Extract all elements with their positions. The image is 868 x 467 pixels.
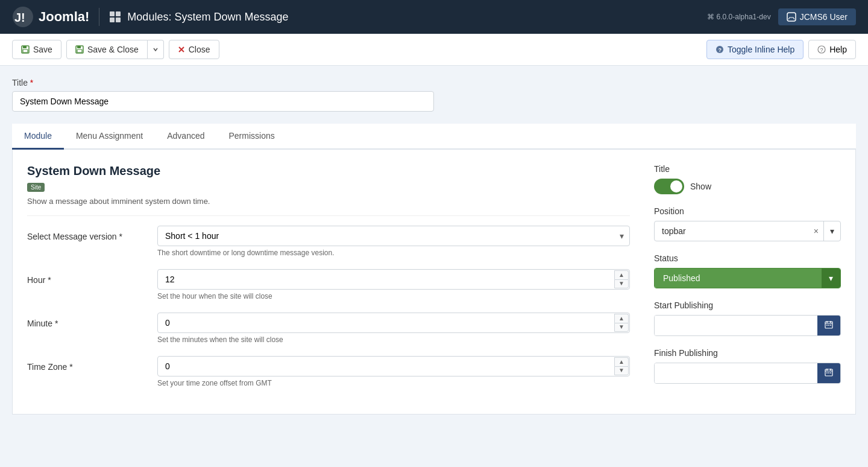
message-version-select-wrapper: Short < 1 hour Long > 1 hour ▾ [157,226,630,246]
hour-spinners: ▲ ▼ [614,270,629,288]
chevron-down-icon [153,46,159,52]
minute-spinner-up[interactable]: ▲ [614,314,629,323]
svg-rect-28 [826,372,828,373]
minute-field: ▲ ▼ Set the minutes when the site will c… [157,313,630,344]
message-version-row: Select Message version * Short < 1 hour … [27,226,630,257]
minute-input[interactable] [157,313,630,333]
timezone-row: Time Zone * ▲ ▼ Set your time zone offse… [27,356,630,387]
minute-input-wrapper: ▲ ▼ [157,313,630,333]
save-close-icon [75,45,84,54]
tab-permissions[interactable]: Permissions [217,124,287,150]
divider [99,8,99,26]
sidebar-start-publishing-field: Start Publishing [654,300,841,336]
joomla-logo-text: Joomla! [39,9,89,25]
module-description: Show a message about imminent system dow… [27,197,630,206]
header: J! Joomla! Modules: System Down Message … [0,0,868,34]
sidebar-finish-publishing-field: Finish Publishing [654,348,841,384]
header-title: Modules: System Down Message [109,11,288,24]
timezone-input[interactable] [157,356,630,376]
minute-row: Minute * ▲ ▼ Set the minutes when the si… [27,313,630,344]
svg-text:J!: J! [14,11,25,24]
sidebar-position-field: Position topbar × ▾ [654,206,841,241]
message-version-hint: The short downtime or long downtime mess… [157,249,630,257]
position-clear-button[interactable]: × [809,221,823,241]
user-button-label: JCMS6 User [800,12,848,22]
finish-date-input[interactable] [655,363,817,383]
start-calendar-button[interactable] [817,316,840,335]
svg-rect-11 [77,46,81,48]
version-text: ⌘ 6.0.0-alpha1-dev [707,13,770,21]
save-close-button[interactable]: Save & Close [66,40,148,59]
sidebar-finish-label: Finish Publishing [654,348,841,358]
position-dropdown-button[interactable]: ▾ [823,221,840,241]
finish-calendar-button[interactable] [817,363,840,383]
svg-rect-5 [116,17,121,22]
message-version-select[interactable]: Short < 1 hour Long > 1 hour [157,226,630,246]
finish-date-wrapper [654,363,841,384]
sidebar-title-label: Title [654,164,841,174]
toolbar-right: ? Toggle Inline Help ? Help [706,40,856,59]
sidebar-status-label: Status [654,253,841,263]
timezone-spinner-up[interactable]: ▲ [614,357,629,366]
sidebar-position-label: Position [654,206,841,216]
help-label: Help [829,45,847,54]
save-close-dropdown-button[interactable] [148,40,164,59]
svg-text:?: ? [718,47,722,53]
hour-spinner-down[interactable]: ▼ [614,279,629,289]
svg-rect-8 [23,46,27,48]
tab-menu-assignment[interactable]: Menu Assignment [64,124,155,150]
svg-rect-4 [110,17,115,22]
module-sidebar: Title Show Position topbar × ▾ [654,164,841,399]
sidebar-status-field: Status Published ▾ [654,253,841,288]
hour-row: Hour * ▲ ▼ Set the hour when the site wi… [27,269,630,300]
title-input[interactable] [12,91,434,112]
timezone-spinners: ▲ ▼ [614,357,629,375]
timezone-label: Time Zone * [27,356,148,372]
hour-label: Hour * [27,269,148,285]
svg-rect-23 [830,325,831,326]
timezone-spinner-down[interactable]: ▼ [614,366,629,376]
svg-rect-12 [77,49,82,52]
close-label: Close [189,45,210,54]
save-button[interactable]: Save [12,40,61,59]
question-icon: ? [817,45,826,54]
message-version-field: Short < 1 hour Long > 1 hour ▾ The short… [157,226,630,257]
save-close-label: Save & Close [87,45,139,54]
close-button[interactable]: Close [169,40,219,59]
save-label: Save [33,45,52,54]
hour-input[interactable] [157,269,630,290]
module-main: System Down Message Site Show a message … [27,164,630,399]
position-select-wrapper: topbar × ▾ [654,221,841,241]
title-toggle[interactable] [654,179,684,194]
joomla-logo-icon: J! [12,6,34,28]
timezone-field: ▲ ▼ Set your time zone offset from GMT [157,356,630,387]
page-title: Modules: System Down Message [127,11,288,24]
save-icon [21,45,30,54]
toggle-help-button[interactable]: ? Toggle Inline Help [706,40,804,59]
user-icon [787,12,796,22]
help-circle-icon: ? [715,45,724,54]
status-dropdown-button[interactable]: ▾ [822,268,840,288]
title-label: Title * [12,78,856,87]
user-button[interactable]: JCMS6 User [778,8,856,25]
toggle-row: Show [654,179,841,194]
svg-rect-22 [828,325,829,326]
title-field-group: Title * [12,78,856,112]
toggle-show-label: Show [690,182,711,191]
toolbar-left: Save Save & Close Close [12,40,219,59]
section-divider [27,215,630,216]
minute-spinner-down[interactable]: ▼ [614,323,629,332]
position-value: topbar [655,221,809,241]
svg-rect-21 [826,325,828,326]
hour-field: ▲ ▼ Set the hour when the site will clos… [157,269,630,300]
close-icon [178,46,185,53]
site-badge: Site [27,183,45,192]
tab-module[interactable]: Module [12,124,64,150]
help-button[interactable]: ? Help [808,40,856,59]
tab-advanced[interactable]: Advanced [155,124,216,150]
start-date-input[interactable] [655,316,817,335]
hour-spinner-up[interactable]: ▲ [614,270,629,279]
sidebar-title-field: Title Show [654,164,841,194]
hour-hint: Set the hour when the site will close [157,292,630,300]
status-value: Published [655,268,822,288]
